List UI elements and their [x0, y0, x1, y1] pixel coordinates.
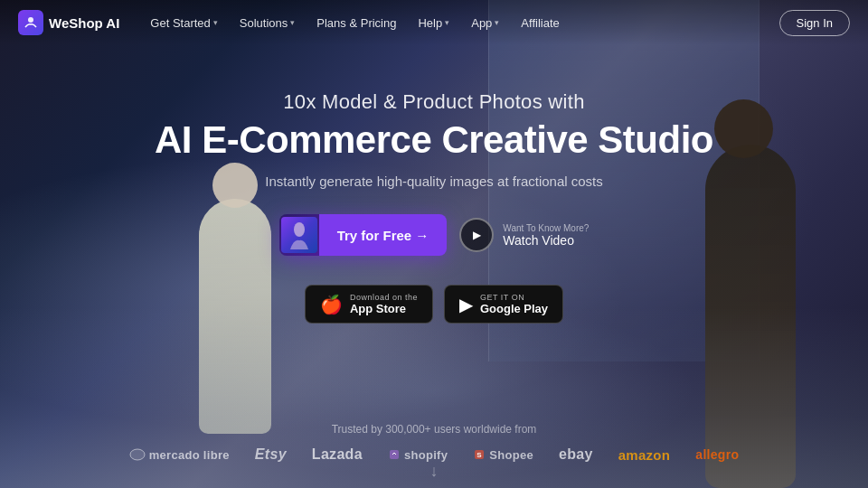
nav-plans-pricing[interactable]: Plans & Pricing	[307, 11, 405, 35]
brand-lazada: Lazada	[312, 446, 363, 463]
hero-tagline: 10x Model & Product Photos with	[283, 90, 584, 114]
nav-help[interactable]: Help ▾	[409, 11, 458, 35]
watch-video-button[interactable]: ▶ Want To Know More? Watch Video	[459, 218, 589, 252]
logo-text: WeShop AI	[49, 15, 119, 31]
nav-get-started[interactable]: Get Started ▾	[141, 11, 226, 35]
brand-allegro: allegro	[695, 447, 739, 462]
app-store-main: App Store	[350, 302, 418, 315]
hero-subheadline: Instantly generate high-quality images a…	[265, 174, 603, 189]
svg-point-2	[130, 449, 145, 460]
app-store-text: Download on the App Store	[350, 293, 418, 315]
play-icon: ▶	[459, 218, 494, 252]
try-for-free-button[interactable]: Try for Free →	[279, 214, 448, 256]
app-store-button[interactable]: 🍎 Download on the App Store	[305, 285, 433, 324]
brand-ebay: ebay	[559, 446, 593, 463]
logo-icon	[18, 10, 43, 35]
brands-row: mercado libre Etsy Lazada shopify S Shop…	[0, 446, 868, 463]
hero-headline: AI E-Commerce Creative Studio	[155, 119, 713, 161]
brand-etsy: Etsy	[255, 446, 287, 463]
brand-mercado-libre: mercado libre	[129, 448, 230, 462]
google-play-text: GET IT ON Google Play	[480, 293, 548, 315]
watch-sub-label: Want To Know More?	[503, 223, 589, 233]
brand-shopify: shopify	[388, 448, 448, 462]
watch-video-text: Want To Know More? Watch Video	[503, 223, 589, 248]
google-play-sub: GET IT ON	[480, 293, 548, 302]
svg-point-1	[294, 222, 305, 237]
chevron-down-icon: ▾	[290, 18, 295, 27]
google-play-main: Google Play	[480, 302, 548, 315]
nav-app[interactable]: App ▾	[462, 11, 508, 35]
trusted-section: Trusted by 300,000+ users worldwide from…	[0, 423, 868, 463]
svg-point-0	[28, 17, 33, 23]
try-button-thumbnail	[279, 214, 319, 256]
chevron-down-icon: ▾	[445, 18, 449, 27]
nav-solutions[interactable]: Solutions ▾	[231, 11, 304, 35]
svg-text:S: S	[476, 451, 482, 459]
chevron-down-icon: ▾	[213, 18, 218, 27]
hero-section: 10x Model & Product Photos with AI E-Com…	[0, 90, 868, 333]
sign-in-button[interactable]: Sign In	[779, 10, 850, 36]
brand-shopee: S Shopee	[473, 448, 533, 462]
navbar: WeShop AI Get Started ▾ Solutions ▾ Plan…	[0, 0, 868, 45]
watch-video-label: Watch Video	[503, 233, 589, 248]
cta-row: Try for Free → ▶ Want To Know More? Watc…	[279, 214, 590, 256]
try-for-free-label: Try for Free →	[319, 214, 448, 256]
google-play-icon: ▶	[459, 294, 473, 315]
nav-affiliate[interactable]: Affiliate	[512, 11, 568, 35]
app-store-sub: Download on the	[350, 293, 418, 302]
try-button-image	[281, 217, 317, 253]
svg-rect-3	[390, 450, 399, 459]
trusted-text: Trusted by 300,000+ users worldwide from	[0, 423, 868, 436]
google-play-button[interactable]: ▶ GET IT ON Google Play	[444, 285, 563, 324]
apple-icon: 🍎	[320, 294, 343, 315]
nav-items: Get Started ▾ Solutions ▾ Plans & Pricin…	[141, 11, 778, 35]
logo[interactable]: WeShop AI	[18, 10, 119, 35]
chevron-down-icon: ▾	[495, 18, 499, 27]
scroll-indicator: ↓	[430, 462, 439, 481]
app-store-row: 🍎 Download on the App Store ▶ GET IT ON …	[305, 285, 563, 324]
brand-amazon: amazon	[618, 447, 671, 463]
